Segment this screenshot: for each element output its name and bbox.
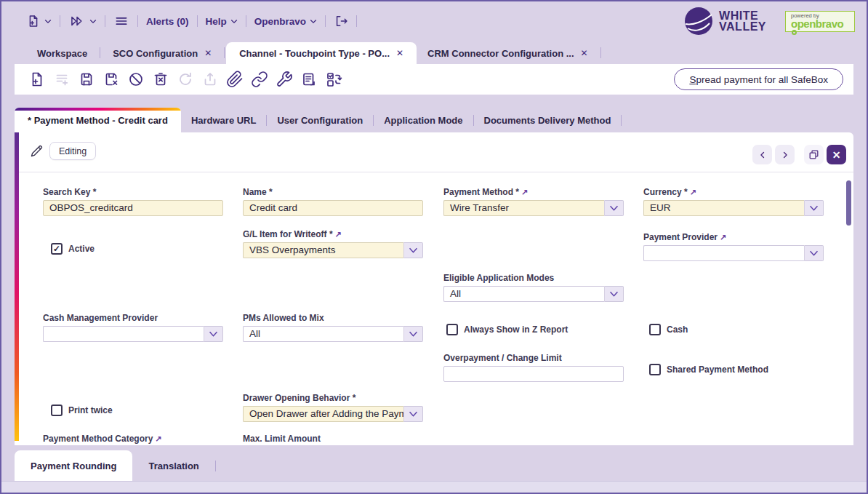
eligible-application-modes-select[interactable]: All	[443, 286, 624, 302]
divider	[100, 47, 100, 58]
link-arrow-icon[interactable]: ↗	[690, 188, 696, 196]
link-arrow-icon[interactable]: ↗	[521, 188, 528, 196]
audit-trail-button[interactable]	[321, 67, 346, 92]
overpayment-change-limit-input[interactable]	[443, 366, 624, 382]
field-overpayment-change-limit: Overpayment / Change Limit	[443, 353, 624, 382]
chevron-down-icon[interactable]	[804, 245, 824, 261]
currency-select[interactable]: EUR	[643, 200, 824, 216]
new-window-button[interactable]	[26, 14, 52, 28]
next-record-button[interactable]	[775, 145, 795, 164]
cash-checkbox[interactable]	[649, 324, 661, 335]
wrench-icon	[276, 71, 293, 88]
link-arrow-icon[interactable]: ↗	[335, 230, 342, 239]
always-show-z-report-checkbox[interactable]	[446, 324, 458, 335]
openbravo-brand-text: openbravo	[791, 17, 843, 30]
help-menu[interactable]: Help	[206, 16, 238, 27]
divider	[224, 47, 225, 58]
tree-grid-view-icon	[53, 71, 71, 88]
field-max-limit-amount: Max. Limit Amount	[243, 434, 423, 445]
gl-item-writeoff-select[interactable]: VBS Overpayments	[243, 242, 423, 258]
close-tab-icon[interactable]: ✕	[581, 48, 588, 58]
chevron-down-icon[interactable]	[604, 286, 624, 302]
tab-hardware-url[interactable]: Hardware URL	[181, 108, 267, 132]
divider	[60, 15, 60, 27]
tab-channel-touchpoint-type[interactable]: Channel - Touchpoint Type - PO... ✕	[226, 42, 417, 64]
field-cash-management-provider: Cash Management Provider	[43, 313, 223, 342]
tab-translation[interactable]: Translation	[132, 450, 214, 481]
chevron-down-icon[interactable]	[804, 200, 824, 216]
chevron-down-icon[interactable]	[604, 200, 624, 216]
chevron-down-icon[interactable]	[403, 242, 423, 258]
cash-management-provider-select[interactable]	[43, 326, 223, 342]
undo-save-button[interactable]	[99, 67, 124, 92]
form-status-row: Editing ✕	[19, 132, 853, 172]
divider	[105, 15, 105, 27]
process-button[interactable]	[272, 67, 297, 92]
refresh-button[interactable]	[173, 67, 198, 92]
export-icon	[201, 71, 219, 88]
tab-payment-method[interactable]: * Payment Method - Credit card	[15, 108, 181, 132]
white-valley-logo: WHITEVALLEY	[684, 7, 766, 36]
delete-record-icon	[152, 71, 169, 88]
drawer-opening-behavior-select[interactable]: Open Drawer after Adding the Payme	[243, 406, 423, 422]
link-arrow-icon[interactable]: ↗	[155, 434, 161, 443]
save-icon	[78, 71, 95, 88]
chevron-down-icon[interactable]	[204, 326, 223, 342]
maximize-form-button[interactable]	[804, 145, 824, 164]
openbravo-window: Alerts (0) Help Openbravo WHITEVALLEY	[0, 0, 868, 494]
tab-sco-configuration[interactable]: SCO Configuration ✕	[102, 42, 222, 64]
linked-items-button[interactable]	[247, 67, 272, 92]
print-button[interactable]	[297, 67, 321, 92]
spread-payment-safebox-button[interactable]: Spread payment for all SafeBox	[674, 68, 843, 90]
print-twice-checkbox[interactable]	[51, 405, 63, 416]
record-form: Editing ✕ Search Key * OBPOS_creditcard …	[15, 132, 853, 445]
search-key-input[interactable]: OBPOS_creditcard	[43, 200, 223, 216]
menu-button[interactable]	[113, 14, 129, 28]
chevron-down-icon[interactable]	[403, 326, 423, 342]
name-input[interactable]: Credit card	[243, 200, 423, 216]
new-record-button[interactable]	[25, 67, 49, 92]
white-valley-mark-icon	[684, 7, 713, 36]
link-arrow-icon[interactable]: ↗	[720, 233, 726, 242]
field-search-key: Search Key * OBPOS_creditcard	[43, 187, 223, 216]
shared-payment-method-checkbox[interactable]	[649, 364, 661, 375]
export-button[interactable]	[198, 67, 222, 92]
alerts-button[interactable]: Alerts (0)	[146, 16, 189, 27]
tree-grid-view-button[interactable]	[49, 67, 74, 92]
attachments-button[interactable]	[222, 67, 247, 92]
payment-method-select[interactable]: Wire Transfer	[443, 200, 624, 216]
logo-line2: VALLEY	[719, 21, 766, 32]
save-button[interactable]	[74, 67, 99, 92]
divider	[246, 15, 246, 27]
tab-user-configuration[interactable]: User Configuration	[267, 108, 373, 132]
payment-provider-select[interactable]	[643, 245, 824, 261]
chevron-down-icon[interactable]	[403, 406, 423, 422]
close-tab-icon[interactable]: ✕	[396, 48, 403, 58]
divider	[621, 115, 622, 126]
previous-record-button[interactable]	[752, 145, 772, 164]
quick-launch-button[interactable]	[68, 14, 97, 28]
company-menu[interactable]: Openbravo	[254, 16, 317, 27]
field-payment-provider: Payment Provider↗	[643, 232, 824, 261]
editing-status-badge: Editing	[49, 142, 96, 160]
vertical-scrollbar-thumb[interactable]	[846, 180, 851, 226]
active-checkbox[interactable]: ✓	[51, 243, 63, 255]
tab-payment-rounding[interactable]: Payment Rounding	[15, 450, 132, 481]
close-tab-icon[interactable]: ✕	[204, 48, 212, 58]
logout-button[interactable]	[334, 14, 348, 28]
print-document-icon	[300, 71, 318, 88]
quick-launch-icon	[68, 14, 86, 28]
field-payment-method-category: Payment Method Category↗	[43, 434, 223, 445]
close-form-button[interactable]: ✕	[827, 145, 846, 164]
divider	[325, 15, 326, 27]
tab-application-mode[interactable]: Application Mode	[374, 108, 473, 132]
pms-allowed-to-mix-select[interactable]: All	[243, 326, 423, 342]
logo-line1: WHITE	[719, 10, 766, 21]
delete-record-button[interactable]	[148, 67, 173, 92]
attachment-icon	[226, 71, 244, 88]
tab-documents-delivery-method[interactable]: Documents Delivery Method	[474, 108, 622, 132]
tab-workspace[interactable]: Workspace	[26, 42, 98, 64]
tab-crm-connector-configuration[interactable]: CRM Connector Configuration ... ✕	[417, 42, 599, 64]
field-payment-method: Payment Method *↗ Wire Transfer	[443, 187, 624, 216]
disable-record-button[interactable]	[124, 67, 148, 92]
